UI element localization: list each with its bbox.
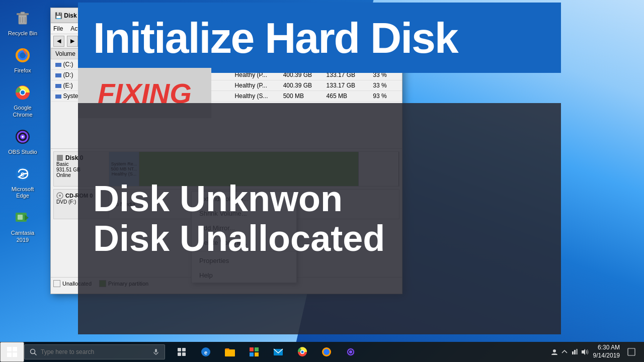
svg-line-25 (35, 353, 37, 355)
edge-icon[interactable]: e Microsoft Edge (3, 161, 43, 202)
volume-icon (581, 348, 589, 355)
toolbar-back[interactable]: ◀ (53, 36, 64, 47)
clock-date: 9/14/2019 (593, 352, 620, 360)
chrome-icon[interactable]: Google Chrome (3, 79, 43, 121)
svg-rect-21 (57, 155, 63, 161)
recycle-bin-icon[interactable]: Recycle Bin (3, 5, 43, 40)
taskbar-chrome[interactable] (291, 342, 314, 362)
svg-rect-29 (182, 348, 186, 351)
svg-rect-38 (255, 352, 259, 356)
svg-point-15 (22, 136, 24, 138)
tray-icons (551, 348, 589, 355)
taskbar-obs[interactable] (339, 342, 362, 362)
explorer-icon (224, 346, 235, 357)
chrome-image (13, 82, 33, 103)
firefox-taskbar-icon (321, 346, 332, 357)
subtitle-2: Disk Unallocated (93, 219, 385, 258)
firefox-label: Firefox (14, 67, 31, 74)
taskbar-task-view[interactable] (170, 342, 193, 362)
svg-point-23 (59, 195, 61, 197)
svg-rect-35 (250, 347, 254, 351)
search-icon (30, 348, 37, 355)
taskbar-firefox[interactable] (315, 342, 338, 362)
recycle-bin-image (13, 8, 33, 28)
toolbar-forward[interactable]: ▶ (67, 36, 78, 47)
notification-icon (627, 348, 635, 356)
svg-text:e: e (21, 170, 25, 178)
mail-icon (273, 346, 284, 357)
network-icon (571, 348, 578, 355)
svg-rect-28 (178, 348, 181, 351)
dark-overlay: Disk Unknwon Disk Unallocated (78, 103, 561, 334)
obs-taskbar-icon (345, 346, 356, 357)
edge-image: e (13, 164, 33, 184)
svg-rect-36 (255, 347, 259, 351)
desktop-icons-container: Recycle Bin Firefox (0, 0, 45, 342)
svg-point-48 (553, 349, 556, 352)
banner-title: Initialize Hard Disk (93, 16, 458, 59)
clock: 6:30 AM 9/14/2019 (593, 344, 620, 359)
clock-time: 6:30 AM (593, 344, 620, 352)
edge-taskbar-icon: e (200, 346, 211, 357)
svg-rect-31 (182, 352, 186, 356)
person-icon (551, 348, 558, 355)
obs-icon[interactable]: OBS Studio (3, 124, 43, 158)
svg-point-44 (324, 349, 330, 355)
edge-label: Microsoft Edge (6, 186, 40, 199)
svg-point-47 (349, 350, 352, 353)
svg-rect-50 (574, 350, 576, 354)
microphone-icon (152, 348, 159, 355)
thumbnail-overlay: Initialize Hard Disk FIXING Disk Unknwon… (78, 3, 561, 334)
system-tray: 6:30 AM 9/14/2019 (551, 342, 644, 362)
camtasia-icon[interactable]: Camtasia2019 (3, 205, 43, 246)
obs-image (13, 127, 33, 147)
firefox-image (13, 45, 33, 65)
taskbar-store[interactable] (243, 342, 266, 362)
svg-point-11 (21, 90, 25, 95)
chrome-label: Google Chrome (6, 105, 40, 118)
obs-label: OBS Studio (8, 149, 37, 155)
firefox-icon[interactable]: Firefox (3, 42, 43, 77)
menu-file[interactable]: File (53, 25, 63, 32)
svg-rect-2 (21, 12, 25, 14)
svg-rect-30 (178, 352, 181, 356)
desktop: Recycle Bin Firefox (0, 0, 644, 362)
svg-rect-49 (572, 351, 574, 354)
svg-point-42 (301, 351, 304, 353)
svg-rect-20 (18, 215, 23, 220)
camtasia-label: Camtasia2019 (11, 230, 34, 243)
legend-unallocated-box (53, 280, 60, 287)
task-view-icon (177, 347, 186, 356)
svg-marker-52 (582, 349, 585, 355)
recycle-bin-label: Recycle Bin (8, 30, 37, 37)
taskbar: e (0, 342, 644, 362)
svg-rect-26 (155, 349, 157, 352)
svg-rect-53 (628, 348, 635, 355)
taskbar-edge[interactable]: e (194, 342, 217, 362)
search-input[interactable] (41, 348, 148, 355)
windows-logo (7, 347, 17, 357)
start-button[interactable] (0, 342, 24, 362)
taskbar-explorer[interactable] (218, 342, 242, 362)
blue-banner: Initialize Hard Disk (78, 3, 561, 73)
store-icon (249, 346, 260, 357)
camtasia-image (13, 208, 33, 228)
chevron-up-icon (561, 348, 568, 355)
taskbar-mail[interactable] (267, 342, 290, 362)
chrome-taskbar-icon (297, 346, 308, 357)
subtitle-1: Disk Unknwon (93, 179, 343, 219)
svg-text:e: e (204, 349, 207, 355)
taskbar-pinned-icons: e (170, 342, 362, 362)
svg-rect-34 (225, 349, 235, 356)
search-bar[interactable] (24, 344, 165, 359)
notification-button[interactable] (624, 342, 639, 362)
svg-rect-37 (250, 352, 254, 356)
svg-rect-51 (576, 349, 578, 354)
